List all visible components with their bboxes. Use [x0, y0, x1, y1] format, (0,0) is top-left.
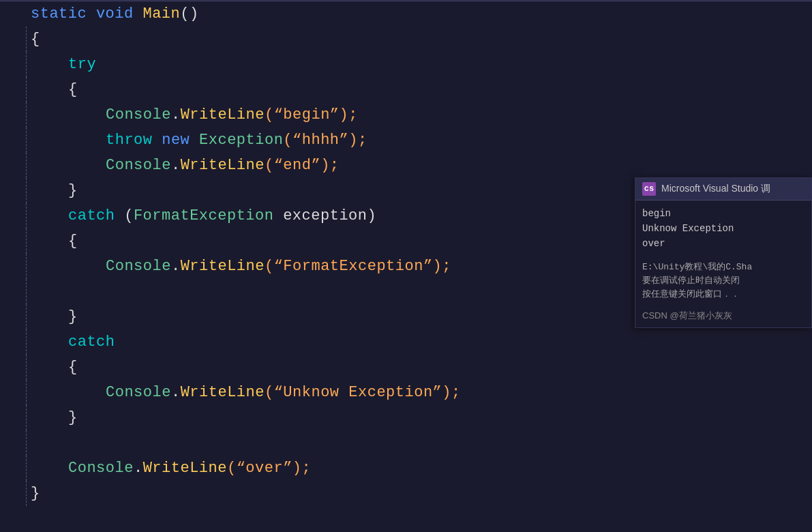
code-line: try: [0, 52, 812, 77]
code-token: WriteLine: [181, 384, 265, 401]
code-token: catch: [68, 334, 115, 351]
indent-guide: [26, 203, 27, 228]
code-token: }: [68, 308, 78, 325]
code-token: }: [68, 182, 78, 199]
console-output-line: begin: [642, 206, 805, 221]
console-icon-label: cs: [644, 184, 654, 194]
indent-guide: [26, 380, 27, 405]
code-token: .: [171, 258, 181, 275]
indent-guide: [26, 153, 27, 178]
indent-guide: [26, 77, 27, 102]
code-token: [190, 132, 199, 149]
code-token: (“hhhh”);: [283, 132, 367, 149]
indent-guide: [26, 481, 27, 506]
code-token: [134, 5, 143, 23]
line-content: static void Main(): [10, 1, 812, 27]
code-token: try: [68, 56, 96, 73]
indent-guide: [26, 254, 27, 279]
code-line: Console.WriteLine(“begin”);: [0, 102, 812, 128]
console-output-line: over: [642, 236, 805, 251]
line-content: try: [10, 52, 812, 77]
console-path: E:\Unity教程\我的C.Sha 要在调试停止时自动关闭 按任意键关闭此窗口…: [642, 261, 805, 301]
line-content: }: [10, 481, 812, 506]
console-title-text: Microsoft Visual Studio 调: [661, 183, 770, 195]
code-token: (): [180, 5, 198, 23]
code-line: catch: [0, 329, 812, 355]
line-content: Console.WriteLine(“Unknow Exception”);: [10, 380, 812, 405]
code-token: (“Unknow Exception”);: [265, 384, 461, 401]
indent-guide: [26, 329, 27, 355]
code-token: .: [171, 106, 181, 123]
code-token: {: [68, 81, 78, 98]
code-token: (“FormatException”);: [265, 258, 451, 275]
code-token: (“begin”);: [265, 106, 358, 123]
code-line: }: [0, 481, 812, 506]
code-token: Console: [106, 384, 171, 401]
code-token: Console: [106, 106, 171, 123]
line-content: {: [10, 77, 812, 102]
code-token: (“over”);: [227, 460, 311, 477]
code-line: {: [0, 77, 812, 102]
code-token: WriteLine: [181, 258, 265, 275]
code-token: Console: [106, 157, 171, 174]
indent-guide: [26, 430, 27, 456]
code-token: {: [68, 359, 78, 376]
indent-guide: [26, 52, 27, 77]
code-line: [0, 430, 812, 456]
indent-guide: [26, 128, 27, 153]
code-token: .: [171, 157, 181, 174]
indent-guide: [26, 102, 27, 128]
code-token: WriteLine: [143, 460, 227, 477]
line-content: catch: [10, 329, 812, 355]
code-token: throw: [106, 132, 153, 149]
code-token: Console: [68, 460, 134, 477]
line-content: Console.WriteLine(“over”);: [10, 456, 812, 481]
console-icon: cs: [642, 182, 656, 196]
code-line: Console.WriteLine(“Unknow Exception”);: [0, 380, 812, 405]
code-token: Exception: [199, 132, 283, 149]
indent-guide: [26, 405, 27, 430]
console-title-bar: cs Microsoft Visual Studio 调: [635, 178, 811, 201]
code-token: new: [162, 132, 190, 149]
code-token: FormatException: [134, 207, 274, 224]
code-token: (“end”);: [265, 157, 340, 174]
code-token: static: [31, 5, 87, 23]
code-line: static void Main(): [0, 1, 812, 27]
code-line: throw new Exception(“hhhh”);: [0, 128, 812, 153]
line-content: throw new Exception(“hhhh”);: [10, 128, 812, 153]
indent-guide: [26, 27, 27, 52]
code-token: {: [31, 31, 40, 48]
code-token: .: [134, 460, 143, 477]
code-line: Console.WriteLine(“end”);: [0, 153, 812, 178]
indent-guide: [26, 355, 27, 380]
code-token: (: [115, 207, 134, 224]
code-token: catch: [68, 207, 115, 224]
line-content: Console.WriteLine(“end”);: [10, 153, 812, 178]
code-line: Console.WriteLine(“over”);: [0, 456, 812, 481]
code-token: }: [31, 485, 40, 502]
console-body: beginUnknow ExceptionoverE:\Unity教程\我的C.…: [635, 201, 811, 307]
console-footer: CSDN @荷兰猪小灰灰: [635, 307, 811, 327]
code-token: exception): [273, 207, 376, 224]
line-content: Console.WriteLine(“begin”);: [10, 102, 812, 128]
indent-guide: [26, 178, 27, 203]
code-token: [87, 5, 96, 23]
console-popup: cs Microsoft Visual Studio 调 beginUnknow…: [635, 177, 812, 328]
line-content: }: [10, 405, 812, 430]
code-token: WriteLine: [181, 106, 265, 123]
code-token: Main: [142, 5, 180, 23]
code-line: }: [0, 405, 812, 430]
code-line: {: [0, 355, 812, 380]
indent-guide: [26, 228, 27, 254]
indent-guide: [26, 279, 27, 304]
editor-container: static void Main(){try{Console.WriteLine…: [0, 0, 812, 532]
code-token: [153, 132, 162, 149]
console-footer-text: CSDN @荷兰猪小灰灰: [642, 310, 805, 322]
line-content: {: [10, 355, 812, 380]
code-token: void: [96, 5, 134, 23]
indent-guide: [26, 304, 27, 329]
code-line: {: [0, 27, 812, 52]
code-token: Console: [106, 258, 171, 275]
console-blank-line: [642, 251, 805, 261]
console-output-line: Unknow Exception: [642, 221, 805, 236]
